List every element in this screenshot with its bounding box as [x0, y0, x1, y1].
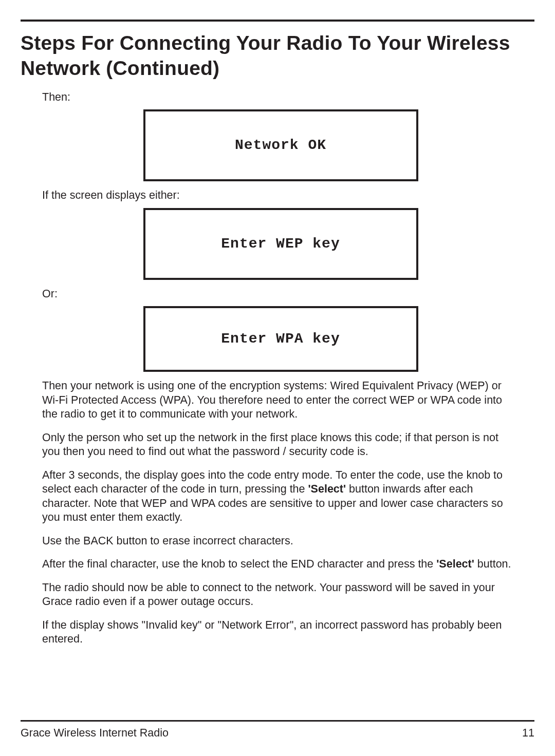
paragraph-code-entry: After 3 seconds, the display goes into t…	[42, 468, 519, 525]
paragraph-connect: The radio should now be able to connect …	[42, 581, 519, 609]
if-displays-label: If the screen displays either:	[42, 188, 519, 203]
or-label: Or:	[42, 287, 519, 301]
footer-product-name: Grace Wireless Internet Radio	[21, 727, 169, 740]
page-footer: Grace Wireless Internet Radio 11	[21, 720, 534, 740]
lcd-text: Network OK	[235, 136, 326, 155]
lcd-display-wpa: Enter WPA key	[143, 306, 418, 372]
paragraph-invalid-key: If the display shows "Invalid key" or "N…	[42, 618, 519, 647]
footer-horizontal-rule	[21, 720, 534, 722]
page-title: Steps For Connecting Your Radio To Your …	[21, 31, 534, 81]
select-button-label: 'Select'	[308, 483, 346, 495]
then-label: Then:	[42, 90, 519, 105]
lcd-text: Enter WPA key	[221, 330, 340, 348]
page-number: 11	[522, 727, 534, 740]
text-span: button.	[474, 558, 511, 570]
lcd-text: Enter WEP key	[221, 235, 340, 253]
lcd-display-wep: Enter WEP key	[143, 208, 418, 280]
lcd-display-network-ok: Network OK	[143, 109, 418, 181]
text-span: After the final character, use the knob …	[42, 558, 436, 570]
paragraph-who-knows-code: Only the person who set up the network i…	[42, 431, 519, 459]
paragraph-encryption: Then your network is using one of the en…	[42, 379, 519, 422]
paragraph-back-button: Use the BACK button to erase incorrect c…	[42, 534, 519, 549]
paragraph-final-character: After the final character, use the knob …	[42, 557, 519, 572]
footer-row: Grace Wireless Internet Radio 11	[21, 727, 534, 740]
top-horizontal-rule	[21, 20, 534, 22]
select-button-label: 'Select'	[436, 558, 474, 570]
body-content: Then: Network OK If the screen displays …	[42, 90, 519, 647]
